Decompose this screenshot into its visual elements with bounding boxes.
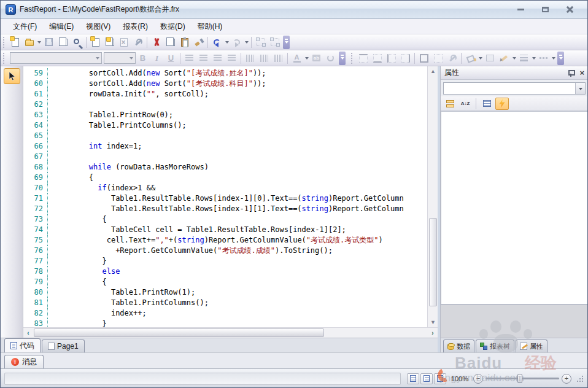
valign-bottom-button[interactable] — [271, 52, 285, 65]
scroll-right-arrow[interactable]: › — [428, 328, 438, 338]
code-line[interactable]: 73 { — [23, 214, 438, 225]
scroll-down-arrow[interactable]: ▼ — [428, 317, 438, 327]
tab-messages[interactable]: ! 消息 — [4, 355, 44, 368]
maximize-button[interactable] — [537, 5, 553, 15]
border-left-button[interactable] — [384, 52, 398, 65]
menu-item[interactable]: 视图(V) — [80, 20, 117, 34]
toolbar-grip[interactable] — [2, 37, 6, 48]
new-page-button[interactable] — [88, 36, 103, 49]
fill-style-button[interactable] — [483, 52, 497, 65]
copy-button[interactable] — [163, 36, 177, 49]
border-right-button[interactable] — [398, 52, 412, 65]
all-borders-button[interactable] — [417, 52, 431, 65]
valign-center-button[interactable] — [257, 52, 271, 65]
redo-dropdown[interactable] — [244, 36, 249, 49]
page-setup-button[interactable] — [131, 36, 145, 49]
vertical-scroll-thumb[interactable] — [429, 218, 437, 307]
border-settings-button[interactable] — [445, 52, 459, 65]
line-color-dropdown[interactable] — [511, 52, 517, 65]
bold-button[interactable]: B — [136, 52, 150, 65]
code-line[interactable]: 79 { — [23, 277, 438, 287]
format-toolbar-overflow-button[interactable] — [339, 52, 346, 65]
code-line[interactable]: 65 — [23, 131, 438, 141]
code-editor[interactable]: 59 sortColl.Add(new Sort("[考试成绩.姓名]"));6… — [23, 66, 438, 327]
line-width-dropdown[interactable] — [531, 52, 536, 65]
horizontal-scroll-thumb[interactable] — [34, 328, 324, 337]
select-tool-button[interactable] — [4, 68, 20, 84]
open-dropdown[interactable] — [36, 36, 42, 49]
redo-button[interactable] — [230, 36, 244, 49]
align-left-button[interactable] — [182, 52, 196, 65]
code-line[interactable]: 69 { — [23, 173, 438, 183]
code-line[interactable]: 67 — [23, 152, 438, 162]
scroll-up-arrow[interactable]: ▲ — [428, 66, 438, 76]
border-top-button[interactable] — [356, 52, 370, 65]
preview-button[interactable] — [70, 36, 84, 49]
menu-item[interactable]: 数据(D) — [154, 20, 191, 34]
code-line[interactable]: 76 +Report.GetColumnValue("考试成绩.成绩").ToS… — [23, 246, 438, 256]
code-line[interactable]: 66 int index=1; — [23, 141, 438, 152]
zoom-slider[interactable] — [485, 378, 559, 379]
align-right-button[interactable] — [211, 52, 225, 65]
menu-item[interactable]: 编辑(E) — [43, 20, 80, 34]
tab-report-tree[interactable]: 报表树 — [476, 340, 514, 352]
underline-button[interactable]: U — [164, 52, 178, 65]
align-center-button[interactable] — [196, 52, 211, 65]
close-button[interactable] — [562, 5, 578, 15]
delete-page-button[interactable] — [117, 36, 131, 49]
menu-item[interactable]: 报表(R) — [117, 20, 154, 34]
font-color-button[interactable]: A — [290, 52, 304, 65]
line-style-button[interactable] — [536, 52, 551, 65]
view-mode-2-button[interactable] — [420, 373, 433, 384]
highlight-button[interactable]: ab — [309, 52, 323, 65]
code-line[interactable]: 72 Table1.ResultTable.Rows[index-1][1].T… — [23, 204, 438, 214]
cut-button[interactable] — [149, 36, 163, 49]
code-line[interactable]: 64 Table1.PrintColumns(); — [23, 120, 438, 131]
code-line[interactable]: 71 Table1.ResultTable.Rows[index-1][0].T… — [23, 193, 438, 204]
tab-page1[interactable]: Page1 — [42, 340, 85, 352]
combo-dropdown-button[interactable] — [575, 83, 585, 94]
code-line[interactable]: 60 sortColl.Add(new Sort("[考试成绩.科目]")); — [23, 79, 438, 89]
open-button[interactable] — [22, 36, 36, 49]
code-line[interactable]: 68 while (rowData.HasMoreRows) — [23, 162, 438, 173]
code-line[interactable]: 80 Table1.PrintRow(1); — [23, 287, 438, 298]
code-line[interactable]: 75 cell.Text+=","+(string)Report.GetColu… — [23, 235, 438, 246]
ungroup-button[interactable] — [268, 36, 282, 49]
view-mode-1-button[interactable] — [407, 373, 419, 384]
tab-data[interactable]: 数据 — [443, 340, 474, 352]
code-line[interactable]: 83 } — [23, 319, 438, 327]
font-size-combo[interactable] — [104, 52, 136, 64]
pin-icon[interactable] — [568, 69, 573, 77]
undo-button[interactable] — [210, 36, 224, 49]
code-line[interactable]: 59 sortColl.Add(new Sort("[考试成绩.姓名]")); — [23, 68, 438, 79]
undo-dropdown[interactable] — [224, 36, 230, 49]
group-button[interactable] — [253, 36, 268, 49]
minimize-button[interactable] — [513, 5, 528, 15]
code-line[interactable]: 82 index++; — [23, 308, 438, 319]
properties-view-button[interactable] — [480, 98, 493, 110]
rotate-text-button[interactable] — [323, 52, 338, 65]
code-line[interactable]: 61 rowData.Init("", sortColl); — [23, 89, 438, 99]
tab-properties[interactable]: 属性 — [516, 340, 547, 352]
code-line[interactable]: 70 if(index>1 && — [23, 183, 438, 193]
toolbar-grip[interactable] — [2, 53, 6, 64]
code-line[interactable]: 81 Table1.PrintColumns(); — [23, 298, 438, 308]
toolbar-overflow-button[interactable] — [283, 36, 290, 49]
categorized-view-button[interactable] — [443, 98, 457, 110]
code-line[interactable]: 62 — [23, 99, 438, 110]
editor-vertical-scrollbar[interactable]: ▲ ▼ — [427, 66, 438, 327]
new-report-button[interactable] — [8, 36, 22, 49]
code-line[interactable]: 77 } — [23, 256, 438, 266]
italic-button[interactable]: I — [150, 52, 164, 65]
events-view-button[interactable] — [495, 98, 509, 110]
panel-close-icon[interactable]: × — [579, 69, 584, 77]
view-mode-3-button[interactable] — [434, 373, 446, 384]
line-width-button[interactable] — [517, 52, 531, 65]
menu-item[interactable]: 文件(F) — [7, 20, 43, 34]
object-selector-combo[interactable] — [443, 82, 586, 95]
code-line[interactable]: 63 Table1.PrintRow(0); — [23, 110, 438, 120]
scroll-left-arrow[interactable]: ‹ — [23, 328, 33, 338]
zoom-in-button[interactable]: + — [562, 374, 571, 384]
alphabetical-sort-button[interactable]: A↓Z — [458, 98, 472, 110]
format-painter-button[interactable] — [191, 36, 206, 49]
